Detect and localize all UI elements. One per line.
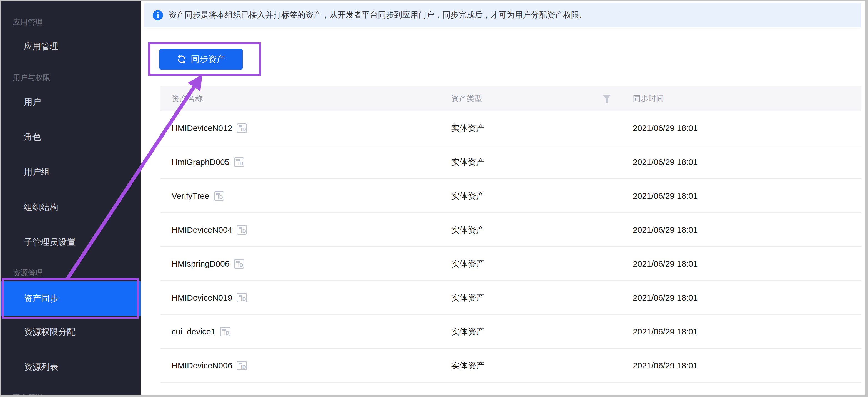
asset-type: 实体资产: [451, 179, 485, 213]
asset-type: 实体资产: [451, 349, 485, 382]
sidebar-item-org-structure[interactable]: 组织结构: [1, 201, 141, 214]
column-header-asset-name: 资产名称: [172, 86, 203, 111]
sync-time: 2021/06/29 18:01: [633, 111, 698, 145]
sidebar-item-app-management[interactable]: 应用管理: [1, 40, 141, 53]
asset-name: HMIDeviceN006: [172, 349, 232, 382]
sidebar-group-resource-management: 资源管理: [1, 266, 141, 279]
sync-time: 2021/06/29 18:01: [633, 247, 698, 281]
sidebar-item-users[interactable]: 用户: [1, 95, 141, 109]
table-row[interactable]: HMIDeviceN004ID 实体资产 2021/06/29 18:01: [160, 213, 861, 247]
assets-table: 资产名称 资产类型 同步时间 HMIDeviceN012ID 实体资产 2021…: [160, 86, 861, 382]
sidebar-item-user-groups[interactable]: 用户组: [1, 165, 141, 178]
info-banner-text: 资产同步是将本组织已接入并打标签的资产，从开发者平台同步到应用门户，同步完成后，…: [168, 9, 582, 21]
asset-type: 实体资产: [451, 247, 485, 281]
app-window: 应用管理 应用管理 用户与权限 用户 角色 用户组 组织结构 子管理员设置 资源…: [1, 1, 865, 395]
table-row[interactable]: HmiGraphD005ID 实体资产 2021/06/29 18:01: [160, 145, 861, 179]
asset-name: HMIDeviceN012: [172, 111, 232, 145]
asset-name: VerifyTree: [172, 179, 209, 213]
eid-icon: ID: [214, 191, 224, 201]
sync-assets-button[interactable]: 同步资产: [159, 49, 243, 69]
sync-time: 2021/06/29 18:01: [633, 213, 698, 247]
sidebar-item-resource-list[interactable]: 资源列表: [1, 360, 141, 374]
asset-name: cui_device1: [172, 315, 215, 349]
sync-time: 2021/06/29 18:01: [633, 315, 698, 349]
filter-icon[interactable]: [603, 95, 611, 103]
sidebar-item-roles[interactable]: 角色: [1, 130, 141, 143]
asset-name: HmiGraphD005: [172, 145, 229, 179]
sync-time: 2021/06/29 18:01: [633, 145, 698, 179]
sidebar-item-asset-sync[interactable]: 资产同步: [1, 281, 141, 316]
asset-type: 实体资产: [451, 213, 485, 247]
sidebar-item-subadmin-settings[interactable]: 子管理员设置: [1, 235, 141, 249]
info-banner: i 资产同步是将本组织已接入并打标签的资产，从开发者平台同步到应用门户，同步完成…: [145, 3, 861, 27]
sync-icon: [177, 55, 186, 64]
sync-assets-button-label: 同步资产: [191, 53, 225, 65]
asset-type: 实体资产: [451, 281, 485, 315]
sidebar-group-app-management: 应用管理: [1, 16, 141, 29]
eid-icon: ID: [237, 123, 247, 133]
asset-name: HMIDeviceN004: [172, 213, 232, 247]
asset-type: 实体资产: [451, 145, 485, 179]
table-row[interactable]: HMIDeviceN019ID 实体资产 2021/06/29 18:01: [160, 281, 861, 315]
sidebar-group-users-permissions: 用户与权限: [1, 71, 141, 84]
column-header-asset-type: 资产类型: [451, 86, 482, 111]
table-row[interactable]: VerifyTreeID 实体资产 2021/06/29 18:01: [160, 179, 861, 213]
sync-time: 2021/06/29 18:01: [633, 179, 698, 213]
table-row[interactable]: HMIDeviceN006ID 实体资产 2021/06/29 18:01: [160, 349, 861, 382]
sidebar-item-resource-permission-assignment[interactable]: 资源权限分配: [1, 325, 141, 339]
column-header-sync-time: 同步时间: [633, 86, 664, 111]
eid-icon: ID: [237, 225, 247, 235]
table-row[interactable]: HMIDeviceN012ID 实体资产 2021/06/29 18:01: [160, 111, 861, 145]
table-row[interactable]: HMIspringD006ID 实体资产 2021/06/29 18:01: [160, 247, 861, 281]
eid-icon: ID: [237, 361, 247, 370]
eid-icon: ID: [220, 327, 230, 336]
eid-icon: ID: [234, 158, 244, 167]
eid-icon: ID: [237, 293, 247, 303]
asset-type: 实体资产: [451, 111, 485, 145]
sync-time: 2021/06/29 18:01: [633, 281, 698, 315]
table-row[interactable]: cui_device1ID 实体资产 2021/06/29 18:01: [160, 315, 861, 349]
info-icon: i: [153, 10, 163, 20]
asset-name: HMIspringD006: [172, 247, 229, 281]
sidebar-group-security-management-cut: 安全管理: [1, 391, 141, 395]
asset-name: HMIDeviceN019: [172, 281, 232, 315]
table-header: 资产名称 资产类型 同步时间: [160, 86, 861, 111]
sidebar: 应用管理 应用管理 用户与权限 用户 角色 用户组 组织结构 子管理员设置 资源…: [1, 1, 141, 395]
screenshot-frame: 应用管理 应用管理 用户与权限 用户 角色 用户组 组织结构 子管理员设置 资源…: [0, 0, 868, 397]
sync-time: 2021/06/29 18:01: [633, 349, 698, 382]
asset-type: 实体资产: [451, 315, 485, 349]
eid-icon: ID: [234, 259, 244, 268]
